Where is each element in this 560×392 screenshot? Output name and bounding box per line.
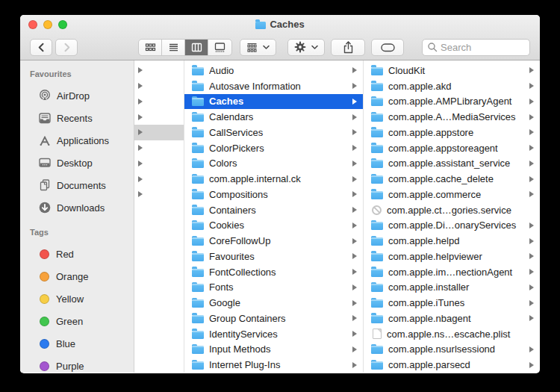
parent-item-row[interactable] xyxy=(134,109,184,125)
parent-item-row[interactable] xyxy=(134,140,184,156)
library-item-row[interactable]: Input Methods xyxy=(184,342,363,358)
disclosure-chevron-icon xyxy=(352,238,357,244)
sidebar-item-documents[interactable]: Documents xyxy=(20,174,134,196)
sidebar-item-applications[interactable]: Applications xyxy=(20,129,134,152)
library-item-row[interactable]: Containers xyxy=(184,202,363,218)
search-input[interactable] xyxy=(441,42,525,53)
disclosure-chevron-icon xyxy=(352,346,357,352)
caches-item-row[interactable]: com.apple.ns…escache.plist xyxy=(364,326,540,342)
caches-item-row[interactable]: com.apple.assistant_service xyxy=(364,156,540,172)
parent-item-row[interactable] xyxy=(134,125,184,140)
list-view-button[interactable] xyxy=(162,40,185,55)
caches-item-row[interactable]: com.apple.parsecd xyxy=(364,357,540,373)
search-field[interactable] xyxy=(422,39,530,56)
folder-icon xyxy=(192,67,204,75)
library-item-row[interactable]: Autosave Information xyxy=(184,78,363,94)
airdrop-icon xyxy=(38,89,52,102)
folder-icon xyxy=(371,346,383,354)
caches-item-row[interactable]: com.apple.akd xyxy=(364,78,540,94)
library-item-row[interactable]: IdentityServices xyxy=(184,326,363,342)
parent-item-row[interactable] xyxy=(134,78,184,94)
library-item-row[interactable]: Group Containers xyxy=(184,311,363,326)
sidebar-item-desktop[interactable]: Desktop xyxy=(20,152,134,174)
item-label: com.apple.cache_delete xyxy=(388,173,529,184)
caches-item-row[interactable]: com.apple.appstoreagent xyxy=(364,140,540,156)
view-mode-control xyxy=(138,39,232,56)
item-label: com.apple.internal.ck xyxy=(209,173,352,184)
caches-item-row[interactable]: com.apple.im…nectionAgent xyxy=(364,264,540,280)
sidebar-tag-purple[interactable]: Purple xyxy=(20,355,134,373)
caches-item-row[interactable]: com.apple.AMPLibraryAgent xyxy=(364,94,540,110)
action-button[interactable] xyxy=(287,39,325,56)
gallery-view-button[interactable] xyxy=(208,40,231,55)
group-button[interactable] xyxy=(240,39,276,56)
share-button[interactable] xyxy=(331,39,365,56)
caches-item-row[interactable]: com.apple.nsurlsessiond xyxy=(364,342,540,358)
parent-item-row[interactable] xyxy=(134,94,184,110)
tag-button[interactable] xyxy=(371,39,404,56)
item-label: com.apple.nsurlsessiond xyxy=(388,343,529,355)
caches-item-row[interactable]: com.apple.ct…gories.service xyxy=(364,202,540,218)
library-item-row[interactable]: com.apple.internal.ck xyxy=(184,171,363,187)
folder-icon xyxy=(255,22,266,29)
library-item-row[interactable]: FontCollections xyxy=(184,264,363,280)
item-label: com.apple.nbagent xyxy=(388,313,529,324)
column-view-button[interactable] xyxy=(185,40,208,55)
caches-item-row[interactable]: com.apple.A…MediaServices xyxy=(364,109,540,125)
library-item-row[interactable]: Audio xyxy=(184,63,363,78)
library-item-row[interactable]: CoreFollowUp xyxy=(184,233,363,249)
sidebar-tag-blue[interactable]: Blue xyxy=(20,332,134,355)
library-item-row[interactable]: Fonts xyxy=(184,280,363,296)
disclosure-chevron-icon xyxy=(529,315,534,321)
caches-item-row[interactable]: com.apple.nbagent xyxy=(364,311,540,326)
caches-item-row[interactable]: com.apple.installer xyxy=(364,280,540,296)
sidebar-tag-yellow[interactable]: Yellow xyxy=(20,287,134,310)
parent-item-row[interactable] xyxy=(134,171,184,187)
sidebar-item-airdrop[interactable]: AirDrop xyxy=(20,84,134,107)
library-item-row[interactable]: ColorPickers xyxy=(184,140,363,156)
disclosure-chevron-icon xyxy=(529,161,534,167)
caches-item-row[interactable]: com.apple.commerce xyxy=(364,187,540,202)
folder-icon xyxy=(192,315,204,323)
library-item-row[interactable]: Favourites xyxy=(184,249,363,264)
sidebar-item-recents[interactable]: Recents xyxy=(20,107,134,129)
caches-item-row[interactable]: com.apple.helpd xyxy=(364,233,540,249)
sidebar-tag-red[interactable]: Red xyxy=(20,243,134,265)
back-button[interactable] xyxy=(30,39,52,56)
share-icon xyxy=(341,40,355,55)
library-item-row[interactable]: Google xyxy=(184,295,363,311)
caches-item-row[interactable]: com.apple.helpviewer xyxy=(364,249,540,264)
library-item-row[interactable]: Caches xyxy=(184,94,363,110)
folder-icon xyxy=(371,113,383,122)
sidebar-tag-green[interactable]: Green xyxy=(20,310,134,332)
gallery-view-icon xyxy=(214,41,226,54)
disclosure-chevron-icon xyxy=(529,253,534,259)
sidebar-tag-orange[interactable]: Orange xyxy=(20,265,134,287)
library-item-row[interactable]: Calendars xyxy=(184,109,363,125)
caches-item-row[interactable]: CloudKit xyxy=(364,63,540,78)
library-item-row[interactable]: Colors xyxy=(184,156,363,172)
caches-item-row[interactable]: com.apple.iTunes xyxy=(364,295,540,311)
folder-icon xyxy=(192,175,204,184)
library-item-row[interactable]: Internet Plug-Ins xyxy=(184,357,363,373)
titlebar[interactable]: Caches xyxy=(20,15,540,34)
parent-item-row[interactable] xyxy=(134,156,184,172)
folder-icon xyxy=(371,175,383,184)
folder-icon xyxy=(192,346,204,354)
caches-item-row[interactable]: com.apple.Di…onaryServices xyxy=(364,218,540,234)
library-item-row[interactable]: Cookies xyxy=(184,218,363,234)
parent-item-row[interactable] xyxy=(134,187,184,202)
window-title: Caches xyxy=(20,15,540,34)
icon-view-button[interactable] xyxy=(139,40,162,55)
disclosure-chevron-icon xyxy=(352,99,357,105)
parent-item-row[interactable] xyxy=(134,63,184,78)
sidebar-item-downloads[interactable]: Downloads xyxy=(20,196,134,219)
item-label: com.apple.ct…gories.service xyxy=(387,205,534,216)
forward-button[interactable] xyxy=(55,39,78,56)
chevron-down-icon xyxy=(311,43,319,52)
library-item-row[interactable]: Compositions xyxy=(184,187,363,202)
library-item-row[interactable]: CallServices xyxy=(184,125,363,140)
caches-item-row[interactable]: com.apple.cache_delete xyxy=(364,171,540,187)
caches-item-row[interactable]: com.apple.appstore xyxy=(364,125,540,140)
item-label: com.apple.helpviewer xyxy=(388,251,529,262)
